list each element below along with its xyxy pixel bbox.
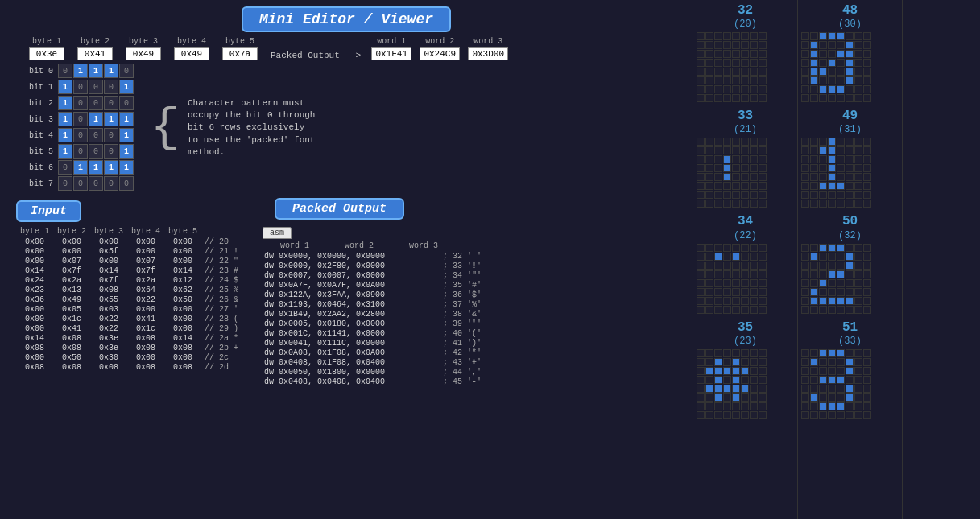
input-cell-5-2: 0x08 bbox=[90, 286, 127, 295]
pixel-empty-52 bbox=[732, 85, 740, 93]
bit-cell-5-0[interactable]: 1 bbox=[58, 144, 72, 159]
pixel-34-45 bbox=[741, 288, 749, 296]
pixel-50-21 bbox=[846, 262, 854, 270]
bit-cell-2-4[interactable]: 0 bbox=[119, 96, 134, 110]
output-table-row: dw 0x122A, 0x3FAA, 0x0900; 36 '$' bbox=[263, 290, 482, 299]
bit-cell-3-0[interactable]: 1 bbox=[58, 112, 72, 126]
pixel-51-43 bbox=[828, 393, 836, 402]
pixel-50-43 bbox=[828, 288, 836, 296]
output-comment-9: ; 41 ')' bbox=[443, 339, 482, 348]
bit-cell-6-4[interactable]: 1 bbox=[119, 160, 134, 175]
input-cell-5-0: 0x23 bbox=[16, 286, 53, 295]
bit-cell-7-4[interactable]: 0 bbox=[119, 176, 134, 191]
pixel-51-36 bbox=[837, 385, 845, 393]
bit-cell-2-2[interactable]: 0 bbox=[89, 96, 103, 110]
bit-cell-2-1[interactable]: 0 bbox=[73, 96, 88, 110]
byte-col-1: byte 1 0x3e bbox=[24, 37, 69, 60]
bit-cell-3-2[interactable]: 1 bbox=[89, 112, 103, 126]
pixel-33-38 bbox=[750, 173, 758, 181]
pixel-49-58 bbox=[819, 200, 827, 208]
output-dw-6: dw 0x1B49, 0x2AA2, 0x2800 bbox=[263, 310, 440, 319]
bit-cell-1-4[interactable]: 1 bbox=[119, 80, 134, 94]
pixel-49-49 bbox=[810, 191, 818, 199]
bit-cell-2-0[interactable]: 1 bbox=[58, 96, 72, 110]
bit-cell-7-3[interactable]: 0 bbox=[104, 176, 118, 191]
bit-cell-1-1[interactable]: 0 bbox=[73, 80, 88, 94]
pixel-49-33 bbox=[810, 173, 818, 181]
pixel-48-56 bbox=[801, 94, 809, 102]
pixel-49-3 bbox=[828, 138, 836, 146]
input-table-row: 0x230x130x080x640x62// 25 % bbox=[16, 286, 238, 295]
pixel-48-43 bbox=[828, 76, 836, 84]
pixel-35-20 bbox=[732, 367, 740, 375]
bit-cell-2-3[interactable]: 0 bbox=[104, 96, 118, 110]
bit-cell-4-2[interactable]: 0 bbox=[89, 128, 103, 142]
bit-cell-0-3[interactable]: 1 bbox=[104, 64, 118, 78]
byte-val-4: 0x49 bbox=[174, 47, 209, 60]
bit-cell-4-4[interactable]: 1 bbox=[119, 128, 134, 142]
input-cell-8-3: 0x41 bbox=[127, 315, 164, 323]
pixel-34-17 bbox=[705, 262, 713, 270]
output-dw-7: dw 0x0005, 0x0180, 0x0000 bbox=[263, 319, 440, 328]
pixel-34-43 bbox=[723, 288, 731, 296]
bit-cell-7-1[interactable]: 0 bbox=[73, 176, 88, 191]
pixel-33-31 bbox=[759, 164, 767, 172]
bit-cell-0-0[interactable]: 0 bbox=[58, 64, 72, 78]
pixel-empty-57 bbox=[705, 94, 713, 102]
bit-cell-5-4[interactable]: 1 bbox=[119, 144, 134, 159]
pixel-33-16 bbox=[697, 155, 705, 163]
bit-cell-3-3[interactable]: 1 bbox=[104, 112, 118, 126]
bit-cell-4-0[interactable]: 1 bbox=[58, 128, 72, 142]
bit-cell-0-2[interactable]: 1 bbox=[89, 64, 103, 78]
pixel-empty-22 bbox=[750, 50, 758, 58]
input-cell-11-4: 0x08 bbox=[164, 344, 201, 352]
pixel-51-7 bbox=[863, 349, 871, 357]
pixel-35-42 bbox=[714, 393, 722, 402]
bit-cell-0-1[interactable]: 1 bbox=[73, 64, 88, 78]
byte-val-1: 0x3e bbox=[29, 47, 64, 60]
bit-cell-1-0[interactable]: 1 bbox=[58, 80, 72, 94]
bit-cell-6-2[interactable]: 1 bbox=[89, 160, 103, 175]
pixel-48-63 bbox=[863, 94, 871, 102]
asm-tab[interactable]: asm bbox=[263, 227, 292, 239]
pixel-49-38 bbox=[854, 173, 862, 181]
pixel-33-50 bbox=[714, 191, 722, 199]
output-comment-11: ; 43 '+' bbox=[443, 358, 482, 367]
bit-cell-7-2[interactable]: 0 bbox=[89, 176, 103, 191]
input-cell-4-2: 0x7f bbox=[90, 276, 127, 285]
bit-cell-1-3[interactable]: 0 bbox=[104, 80, 118, 94]
pixel-48-8 bbox=[801, 41, 809, 49]
pixel-50-19 bbox=[828, 262, 836, 270]
char-sub-51: (33) bbox=[801, 336, 899, 347]
pixel-33-61 bbox=[741, 200, 749, 208]
pixel-49-43 bbox=[828, 182, 836, 190]
pixel-empty-36 bbox=[732, 68, 740, 76]
pixel-48-48 bbox=[801, 85, 809, 93]
bit-cell-1-2[interactable]: 0 bbox=[89, 80, 103, 94]
bit-cell-5-3[interactable]: 0 bbox=[104, 144, 118, 159]
pixel-35-59 bbox=[723, 411, 731, 419]
pixel-50-56 bbox=[801, 306, 809, 314]
bit-cell-4-3[interactable]: 0 bbox=[104, 128, 118, 142]
pixel-33-45 bbox=[741, 182, 749, 190]
pixel-51-23 bbox=[863, 367, 871, 375]
pixel-48-50 bbox=[819, 85, 827, 93]
pixel-50-14 bbox=[854, 253, 862, 261]
bit-cell-3-1[interactable]: 0 bbox=[73, 112, 88, 126]
pixel-51-31 bbox=[863, 376, 871, 384]
bit-cell-6-0[interactable]: 0 bbox=[58, 160, 72, 175]
bit-cell-6-1[interactable]: 1 bbox=[73, 160, 88, 175]
pixel-35-53 bbox=[741, 402, 749, 410]
pixel-49-23 bbox=[863, 155, 871, 163]
pixel-51-55 bbox=[863, 402, 871, 410]
bit-cell-0-4[interactable]: 0 bbox=[119, 64, 134, 78]
bit-cell-3-4[interactable]: 1 bbox=[119, 112, 134, 126]
bit-cell-7-0[interactable]: 0 bbox=[58, 176, 72, 191]
bit-cell-4-1[interactable]: 0 bbox=[73, 128, 88, 142]
bit-cell-5-1[interactable]: 0 bbox=[73, 144, 88, 159]
bit-cell-5-2[interactable]: 0 bbox=[89, 144, 103, 159]
bit-cell-6-3[interactable]: 1 bbox=[104, 160, 118, 175]
pixel-empty-16 bbox=[697, 50, 705, 58]
pixel-35-9 bbox=[705, 358, 713, 366]
pixel-35-47 bbox=[759, 393, 767, 402]
